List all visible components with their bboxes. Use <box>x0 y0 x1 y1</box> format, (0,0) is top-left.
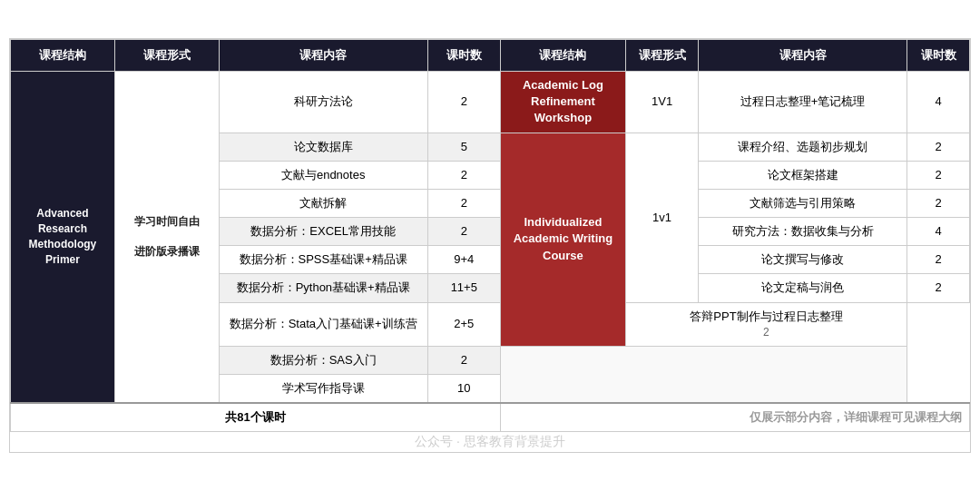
content-row-2: 论文数据库 <box>219 133 427 161</box>
cell-right-content-5: 研究方法：数据收集与分析 <box>699 218 907 246</box>
cell-right-content-3: 论文框架搭建 <box>699 161 907 189</box>
header-content-left: 课程内容 <box>219 39 427 71</box>
hours-row-3: 2 <box>427 161 500 189</box>
content-row-6: 数据分析：SPSS基础课+精品课 <box>219 246 427 274</box>
header-form-left: 课程形式 <box>114 39 219 71</box>
content-row-3: 文献与endnotes <box>219 161 427 189</box>
cell-right-hours-6: 2 <box>907 246 970 274</box>
cell-right-bottom-content: 答辩PPT制作与过程日志整理 <box>631 309 902 325</box>
hours-row-6: 9+4 <box>427 246 500 274</box>
header-form-right: 课程形式 <box>625 39 698 71</box>
hours-row-5: 2 <box>427 218 500 246</box>
hours-row-10: 10 <box>427 374 500 403</box>
content-row-10: 学术写作指导课 <box>219 374 427 403</box>
content-row-7: 数据分析：Python基础课+精品课 <box>219 274 427 302</box>
cell-right-hours-2: 2 <box>907 133 970 161</box>
content-row-8: 数据分析：Stata入门基础课+训练营 <box>219 302 427 346</box>
cell-right-structure-2: Individualized Academic Writing Course <box>500 133 625 346</box>
hours-row-8: 2+5 <box>427 302 500 346</box>
cell-left-form: 学习时间自由 进阶版录播课 <box>114 71 219 403</box>
cell-right-content-2: 课程介绍、选题初步规划 <box>699 133 907 161</box>
header-structure-right: 课程结构 <box>500 39 625 71</box>
form-label2: 进阶版录播课 <box>120 244 214 260</box>
cell-right-hours-3: 2 <box>907 161 970 189</box>
header-hours-right: 课时数 <box>907 39 970 71</box>
hours-row-4: 2 <box>427 189 500 217</box>
cell-right-form-2: 1v1 <box>625 133 698 302</box>
cell-left-structure: Advanced Research Methodology Primer <box>11 71 115 403</box>
cell-right-form-1: 1V1 <box>625 71 698 133</box>
cell-right-hours-1: 4 <box>907 71 970 133</box>
hours-row-9: 2 <box>427 346 500 374</box>
hours-row-7: 11+5 <box>427 274 500 302</box>
table-row: Advanced Research Methodology Primer 学习时… <box>11 71 970 133</box>
hours-row-2: 5 <box>427 133 500 161</box>
cell-right-bottom-hours: 2 <box>631 325 902 340</box>
cell-right-content-1: 过程日志整理+笔记梳理 <box>699 71 907 133</box>
footer-total: 共81个课时 <box>11 403 501 432</box>
cell-right-hours-7: 2 <box>907 274 970 302</box>
form-label1: 学习时间自由 <box>120 214 214 230</box>
content-row-1: 科研方法论 <box>219 71 427 133</box>
cell-right-structure-1: Academic Log Refinement Workshop <box>500 71 625 133</box>
main-container: 课程结构 课程形式 课程内容 课时数 课程结构 课程形式 课程内容 课时数 Ad… <box>9 38 971 453</box>
cell-right-content-6: 论文撰写与修改 <box>699 246 907 274</box>
cell-right-hours-4: 2 <box>907 189 970 217</box>
course-table: 课程结构 课程形式 课程内容 课时数 课程结构 课程形式 课程内容 课时数 Ad… <box>10 39 970 432</box>
watermark: 公众号 · 思客教育背景提升 <box>10 432 970 452</box>
cell-right-content-7: 论文定稿与润色 <box>699 274 907 302</box>
content-row-5: 数据分析：EXCEL常用技能 <box>219 218 427 246</box>
footer-note: 仅展示部分内容，详细课程可见课程大纲 <box>500 403 969 432</box>
cell-right-content-4: 文献筛选与引用策略 <box>699 189 907 217</box>
header-structure-left: 课程结构 <box>11 39 115 71</box>
footer-row: 共81个课时 仅展示部分内容，详细课程可见课程大纲 <box>11 403 970 432</box>
content-row-9: 数据分析：SAS入门 <box>219 346 427 374</box>
cell-right-hours-5: 4 <box>907 218 970 246</box>
cell-right-bottom: 答辩PPT制作与过程日志整理 2 <box>625 302 906 346</box>
content-row-4: 文献拆解 <box>219 189 427 217</box>
hours-row-1: 2 <box>427 71 500 133</box>
header-hours-left: 课时数 <box>427 39 500 71</box>
header-content-right: 课程内容 <box>699 39 907 71</box>
